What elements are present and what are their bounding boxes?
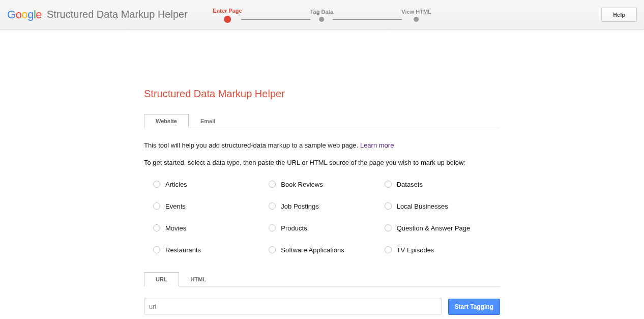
step-dot-icon (414, 17, 419, 22)
radio-icon (269, 246, 276, 253)
app-title: Structured Data Markup Helper (47, 9, 188, 20)
step-connector (242, 19, 311, 20)
app-header: Google Structured Data Markup Helper Ent… (0, 0, 644, 30)
input-row: Start Tagging (144, 299, 500, 315)
step-enter-page: Enter Page (213, 8, 242, 22)
radio-datasets[interactable]: Datasets (385, 181, 500, 188)
step-tag-data: Tag Data (310, 9, 334, 22)
page-title: Structured Data Markup Helper (144, 88, 500, 100)
radio-products[interactable]: Products (269, 224, 384, 232)
data-type-grid: Articles Book Reviews Datasets Events Jo… (144, 181, 500, 254)
radio-movies[interactable]: Movies (153, 224, 269, 232)
step-dot-icon (224, 16, 231, 23)
tab-url[interactable]: URL (144, 272, 179, 286)
instruction-text: To get started, select a data type, then… (144, 159, 500, 166)
radio-book-reviews[interactable]: Book Reviews (269, 181, 384, 188)
radio-articles[interactable]: Articles (153, 181, 269, 188)
radio-label: Restaurants (165, 246, 201, 254)
source-type-tabs: Website Email (144, 114, 500, 128)
radio-label: Movies (165, 224, 186, 232)
radio-label: Events (165, 202, 186, 210)
radio-icon (385, 181, 392, 188)
radio-label: Products (281, 224, 307, 232)
learn-more-link[interactable]: Learn more (360, 141, 394, 149)
radio-software-apps[interactable]: Software Applications (269, 246, 384, 254)
google-logo: Google (7, 8, 42, 21)
step-dot-icon (319, 17, 324, 22)
step-label: Tag Data (310, 9, 334, 15)
start-tagging-button[interactable]: Start Tagging (448, 299, 500, 315)
radio-label: Local Businesses (397, 202, 448, 210)
url-input[interactable] (144, 299, 442, 314)
radio-label: Articles (165, 181, 187, 188)
radio-icon (153, 246, 160, 253)
radio-job-postings[interactable]: Job Postings (269, 202, 384, 210)
radio-label: Question & Answer Page (397, 224, 471, 232)
radio-local-businesses[interactable]: Local Businesses (385, 202, 500, 210)
radio-label: Book Reviews (281, 181, 323, 188)
tab-website[interactable]: Website (144, 114, 189, 128)
radio-icon (385, 246, 392, 253)
tab-html[interactable]: HTML (179, 272, 218, 286)
radio-icon (153, 181, 160, 188)
progress-stepper: Enter Page Tag Data View HTML (213, 8, 431, 22)
tab-email[interactable]: Email (189, 114, 227, 128)
radio-icon (269, 202, 276, 210)
step-label: View HTML (401, 9, 431, 15)
radio-icon (153, 224, 160, 231)
logo-block: Google Structured Data Markup Helper (7, 8, 188, 21)
intro-paragraph: This tool will help you add structured-d… (144, 140, 500, 151)
radio-label: Job Postings (281, 202, 318, 210)
radio-label: Datasets (397, 181, 423, 188)
radio-label: TV Episodes (397, 246, 434, 254)
radio-icon (269, 181, 276, 188)
radio-icon (385, 224, 392, 231)
help-button[interactable]: Help (601, 8, 637, 22)
main-content: Structured Data Markup Helper Website Em… (144, 88, 500, 315)
step-view-html: View HTML (401, 9, 431, 22)
radio-icon (269, 224, 276, 231)
step-connector (333, 19, 402, 20)
input-type-tabs: URL HTML (144, 272, 500, 286)
radio-events[interactable]: Events (153, 202, 269, 210)
step-label: Enter Page (213, 8, 242, 14)
radio-tv-episodes[interactable]: TV Episodes (385, 246, 500, 254)
radio-icon (153, 202, 160, 210)
radio-label: Software Applications (281, 246, 344, 254)
radio-icon (385, 202, 392, 210)
radio-qa-page[interactable]: Question & Answer Page (385, 224, 500, 232)
radio-restaurants[interactable]: Restaurants (153, 246, 269, 254)
intro-text: This tool will help you add structured-d… (144, 141, 360, 149)
